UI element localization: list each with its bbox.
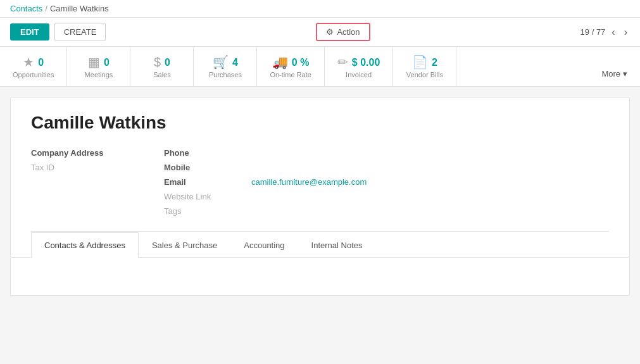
smart-btn-sales[interactable]: $ 0 Sales [130,47,194,86]
company-address-label: Company Address [31,148,113,158]
smart-btn-vendor-bills[interactable]: 📄 2 Vendor Bills [393,47,456,86]
main-content: Camille Watkins Company Address Tax ID P… [0,87,640,306]
website-field: Website Link [164,192,367,201]
create-button[interactable]: CREATE [54,23,106,41]
tab-content [10,258,630,296]
invoiced-count: $ 0.00 [352,57,380,68]
tab-contacts-addresses[interactable]: Contacts & Addresses [31,232,139,258]
ontime-count: 0 % [292,57,310,68]
fields-section: Company Address Tax ID Phone Mobile Emai… [31,148,609,216]
vendor-bills-count: 2 [432,57,437,68]
record-card: Camille Watkins Company Address Tax ID P… [10,97,630,258]
action-button[interactable]: ⚙ Action [316,23,370,41]
vendor-bills-icon: 📄 [412,54,428,70]
tab-sales-purchase[interactable]: Sales & Purchase [139,232,230,258]
smart-btn-meetings[interactable]: ▦ 0 Meetings [67,47,130,86]
prev-button[interactable]: ‹ [609,25,617,39]
tax-id-field: Tax ID [31,163,113,172]
tags-label: Tags [164,206,246,216]
smart-btn-opportunities[interactable]: ★ 0 Opportunities [0,47,67,86]
phone-label: Phone [164,148,246,158]
pagination: 19 / 77 ‹ › [580,25,630,39]
tax-id-label: Tax ID [31,163,113,172]
action-button-label: Action [337,27,360,37]
tab-accounting[interactable]: Accounting [230,232,298,258]
dollar-icon: $ [154,55,161,70]
opportunities-count: 0 [38,57,44,68]
left-fields: Company Address Tax ID [31,148,113,216]
smart-btn-invoiced[interactable]: ✏ $ 0.00 Invoiced [325,47,393,86]
tab-internal-notes[interactable]: Internal Notes [298,232,376,258]
more-label: More [601,69,620,78]
vendor-bills-label: Vendor Bills [406,71,443,78]
calendar-icon: ▦ [88,54,100,70]
tabs-row: Contacts & Addresses Sales & Purchase Ac… [31,231,609,257]
opportunities-label: Opportunities [13,71,54,78]
email-field: Email camille.furniture@example.com [164,177,367,187]
record-name: Camille Watkins [31,113,609,133]
invoiced-label: Invoiced [346,71,372,78]
breadcrumb-parent[interactable]: Contacts [10,4,42,13]
cart-icon: 🛒 [213,54,229,70]
website-label: Website Link [164,192,246,201]
action-bar: EDIT CREATE ⚙ Action 19 / 77 ‹ › [0,18,640,47]
next-button[interactable]: › [622,25,630,39]
meetings-label: Meetings [85,71,113,78]
phone-field: Phone [164,148,367,158]
gear-icon: ⚙ [326,27,334,37]
breadcrumb: Contacts / Camille Watkins [0,0,640,18]
edit-doc-icon: ✏ [337,54,348,70]
chevron-down-icon: ▾ [623,69,627,78]
star-icon: ★ [23,54,34,70]
sales-count: 0 [165,57,170,68]
smart-buttons-bar: ★ 0 Opportunities ▦ 0 Meetings $ 0 Sales… [0,47,640,87]
sales-label: Sales [153,71,171,78]
mobile-field: Mobile [164,163,367,172]
company-address-field: Company Address [31,148,113,158]
mobile-label: Mobile [164,163,246,172]
email-label: Email [164,177,246,187]
purchases-label: Purchases [209,71,242,78]
tags-field: Tags [164,206,367,216]
smart-btn-ontime[interactable]: 🚚 0 % On-time Rate [257,47,324,86]
truck-icon: 🚚 [272,54,288,70]
right-fields: Phone Mobile Email camille.furniture@exa… [164,148,367,216]
more-button[interactable]: More ▾ [589,61,640,86]
meetings-count: 0 [104,57,110,68]
breadcrumb-current: Camille Watkins [50,4,109,13]
breadcrumb-separator: / [45,4,47,13]
pagination-text: 19 / 77 [580,27,606,37]
smart-btn-purchases[interactable]: 🛒 4 Purchases [194,47,257,86]
edit-button[interactable]: EDIT [10,23,49,41]
email-value[interactable]: camille.furniture@example.com [251,177,367,187]
purchases-count: 4 [232,57,238,68]
ontime-label: On-time Rate [270,71,311,78]
